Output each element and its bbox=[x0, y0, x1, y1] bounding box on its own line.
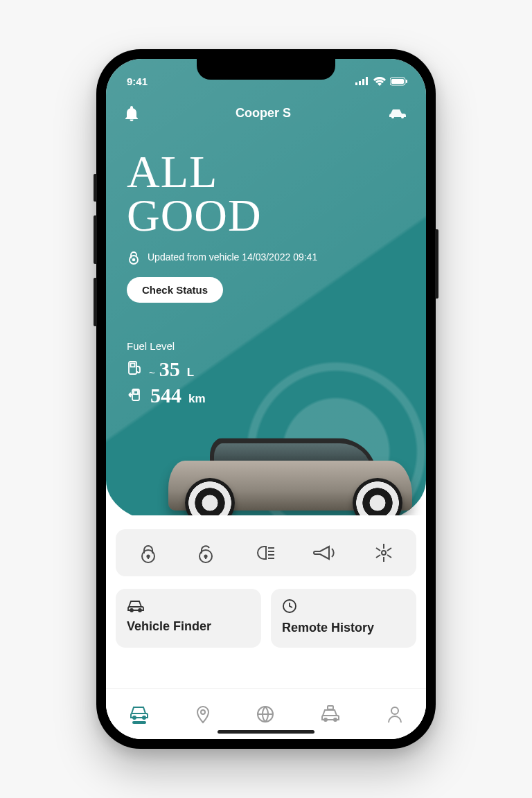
tab-map[interactable] bbox=[195, 704, 211, 724]
svg-rect-3 bbox=[366, 77, 368, 85]
svg-point-25 bbox=[201, 710, 205, 714]
fuel-label: Fuel Level bbox=[127, 340, 405, 352]
fuel-litres-value: 35 bbox=[159, 357, 180, 381]
tab-profile-icon bbox=[387, 705, 403, 723]
signal-icon bbox=[355, 77, 369, 85]
status-time: 9:41 bbox=[127, 76, 148, 87]
svg-point-8 bbox=[401, 116, 404, 118]
svg-point-10 bbox=[133, 259, 135, 261]
horn-button[interactable] bbox=[313, 544, 337, 561]
tab-service-car-icon bbox=[320, 705, 341, 723]
tab-explore[interactable] bbox=[256, 705, 274, 723]
tab-vehicle[interactable] bbox=[129, 704, 150, 724]
vehicle-finder-title: Vehicle Finder bbox=[127, 619, 250, 634]
fuel-litres-unit: L bbox=[187, 366, 194, 380]
svg-rect-14 bbox=[134, 391, 138, 394]
svg-rect-6 bbox=[406, 80, 407, 83]
tab-globe-icon bbox=[256, 705, 274, 723]
status-hero: ALL GOOD Updated from vehicle 14/03/2022… bbox=[106, 121, 426, 303]
tab-profile[interactable] bbox=[387, 705, 403, 723]
unlock-button[interactable] bbox=[195, 542, 216, 564]
notifications-bell-icon[interactable] bbox=[124, 105, 139, 121]
tab-vehicle-icon bbox=[129, 704, 150, 720]
tab-map-pin-icon bbox=[195, 704, 211, 724]
svg-rect-5 bbox=[391, 79, 404, 84]
lock-button[interactable] bbox=[138, 542, 159, 564]
status-headline: ALL GOOD bbox=[127, 150, 405, 237]
vehicle-image bbox=[106, 410, 426, 528]
home-indicator bbox=[218, 730, 314, 734]
fuel-pump-icon bbox=[127, 360, 142, 376]
remote-history-card[interactable]: Remote History bbox=[271, 589, 416, 648]
svg-rect-12 bbox=[131, 364, 135, 367]
svg-point-19 bbox=[382, 551, 386, 555]
clock-icon bbox=[282, 598, 297, 614]
remote-history-title: Remote History bbox=[282, 621, 405, 635]
battery-icon bbox=[390, 77, 408, 86]
vehicle-finder-card[interactable]: Vehicle Finder bbox=[116, 589, 261, 648]
tab-service[interactable] bbox=[320, 705, 341, 723]
svg-point-7 bbox=[391, 116, 394, 118]
svg-rect-27 bbox=[328, 706, 333, 709]
svg-rect-0 bbox=[355, 82, 357, 85]
fuel-range-unit: km bbox=[188, 392, 206, 406]
svg-point-30 bbox=[391, 707, 398, 714]
vehicle-name-title: Cooper S bbox=[236, 106, 291, 121]
app-header: Cooper S bbox=[106, 91, 426, 121]
lock-status-icon bbox=[127, 249, 141, 265]
check-status-button[interactable]: Check Status bbox=[127, 277, 223, 303]
wifi-icon bbox=[373, 77, 386, 86]
fuel-range-value: 544 bbox=[150, 384, 181, 407]
vehicle-selector-icon[interactable] bbox=[387, 107, 408, 119]
climate-button[interactable] bbox=[373, 542, 394, 563]
lights-button[interactable] bbox=[253, 544, 276, 562]
svg-rect-2 bbox=[362, 79, 364, 85]
updated-text: Updated from vehicle 14/03/2022 09:41 bbox=[148, 251, 317, 263]
fuel-range-icon bbox=[127, 387, 143, 402]
remote-actions-bar bbox=[116, 529, 416, 576]
svg-rect-1 bbox=[359, 81, 361, 85]
car-outline-icon bbox=[127, 598, 145, 612]
